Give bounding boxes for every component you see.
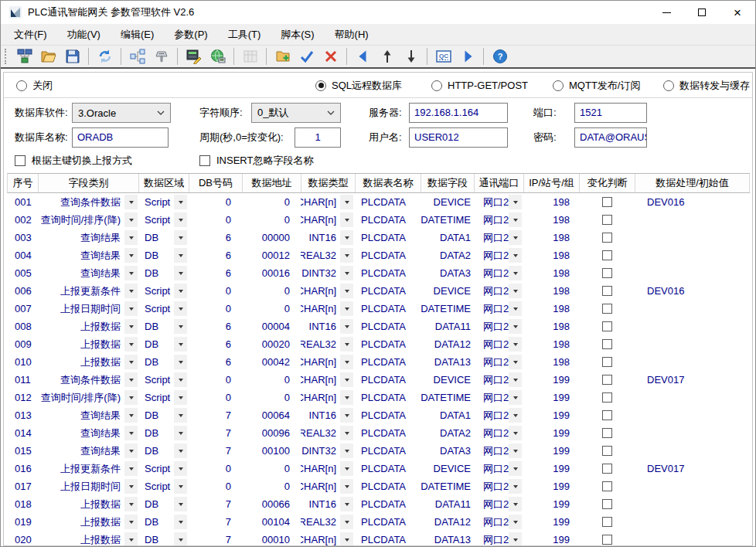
cell-station[interactable]: 198 xyxy=(523,353,579,371)
port-dropdown-button[interactable] xyxy=(509,532,522,545)
cell-db-no[interactable]: 6 xyxy=(189,335,242,353)
port-dropdown-button[interactable] xyxy=(509,461,522,476)
cell-station[interactable]: 198 xyxy=(523,318,579,335)
cell-station[interactable]: 199 xyxy=(523,371,579,389)
cell-port[interactable]: 网口2 xyxy=(474,513,523,531)
cell-address[interactable]: 0 xyxy=(242,300,301,318)
port-dropdown-button[interactable] xyxy=(509,426,522,440)
cell-station[interactable]: 199 xyxy=(523,460,579,477)
cell-db-no[interactable]: 0 xyxy=(189,389,242,406)
open-file-icon[interactable] xyxy=(37,46,60,66)
area-dropdown-button[interactable] xyxy=(174,195,187,209)
cell-init[interactable] xyxy=(635,246,750,264)
cell-datatype[interactable]: REAL32 xyxy=(301,335,355,353)
cell-init[interactable] xyxy=(635,513,750,531)
cell-init[interactable] xyxy=(635,229,750,246)
cell-table-name[interactable]: PLCDATA xyxy=(355,513,421,531)
category-dropdown-button[interactable] xyxy=(124,355,138,369)
cell-area[interactable]: DB xyxy=(138,513,189,531)
cell-address[interactable]: 00100 xyxy=(242,442,301,460)
cell-init[interactable] xyxy=(635,531,750,545)
toolbar-grip[interactable] xyxy=(5,49,9,64)
menu-file[interactable]: 文件(F) xyxy=(4,24,57,45)
cell-area[interactable]: DB xyxy=(138,246,189,264)
cell-category[interactable]: 查询结果 xyxy=(38,264,138,282)
cell-area[interactable]: DB xyxy=(138,424,189,442)
category-dropdown-button[interactable] xyxy=(124,319,138,334)
cell-datatype[interactable]: REAL32 xyxy=(301,513,355,531)
cell-address[interactable]: 0 xyxy=(242,389,301,406)
server-input[interactable]: 192.168.1.164 xyxy=(409,103,508,123)
datatype-dropdown-button[interactable] xyxy=(340,461,353,476)
apply-check-icon[interactable] xyxy=(295,46,318,66)
cell-init[interactable] xyxy=(635,318,750,335)
category-dropdown-button[interactable] xyxy=(124,266,138,280)
category-dropdown-button[interactable] xyxy=(124,284,138,298)
cell-db-no[interactable]: 7 xyxy=(189,531,242,545)
area-dropdown-button[interactable] xyxy=(174,408,187,423)
cell-init[interactable] xyxy=(635,495,750,513)
cancel-x-icon[interactable] xyxy=(319,46,342,66)
port-dropdown-button[interactable] xyxy=(509,230,522,245)
cell-port[interactable]: 网口2 xyxy=(474,264,523,282)
cell-table-name[interactable]: PLCDATA xyxy=(355,442,421,460)
category-dropdown-button[interactable] xyxy=(124,461,138,476)
move-down-icon[interactable] xyxy=(400,46,422,66)
plc-edit-icon[interactable] xyxy=(182,46,205,66)
cell-db-no[interactable]: 6 xyxy=(189,229,242,246)
cell-datatype[interactable]: CHAR[n] xyxy=(301,300,355,318)
primary-key-switch-checkbox[interactable]: 根据主键切换上报方式 xyxy=(15,152,132,169)
cycle-input[interactable]: 1 xyxy=(295,127,341,148)
cell-datatype[interactable]: CHAR[n] xyxy=(301,371,355,389)
menu-function[interactable]: 功能(V) xyxy=(57,24,111,45)
cell-datatype[interactable]: REAL32 xyxy=(301,246,355,264)
category-dropdown-button[interactable] xyxy=(124,230,138,245)
cell-table-name[interactable]: PLCDATA xyxy=(355,282,421,300)
cell-station[interactable]: 199 xyxy=(523,406,579,424)
cell-db-no[interactable]: 0 xyxy=(189,460,242,477)
cell-port[interactable]: 网口2 xyxy=(474,389,523,406)
cell-datatype[interactable]: CHAR[n] xyxy=(301,353,355,371)
username-input[interactable]: USER012 xyxy=(409,127,508,148)
cell-db-no[interactable]: 0 xyxy=(189,371,242,389)
port-dropdown-button[interactable] xyxy=(509,248,522,263)
cell-address[interactable]: 00016 xyxy=(242,264,301,282)
port-dropdown-button[interactable] xyxy=(509,319,522,334)
change-checkbox[interactable] xyxy=(602,410,612,420)
category-dropdown-button[interactable] xyxy=(124,248,138,263)
cell-address[interactable]: 00000 xyxy=(242,229,301,246)
cell-category[interactable]: 上报数据 xyxy=(38,335,138,353)
cell-init[interactable]: DEV017 xyxy=(635,460,750,477)
datatype-dropdown-button[interactable] xyxy=(340,337,353,352)
cell-field[interactable]: DATETIME xyxy=(421,300,474,318)
category-dropdown-button[interactable] xyxy=(124,337,138,352)
cell-area[interactable]: DB xyxy=(138,495,189,513)
cell-category[interactable]: 上报日期时间 xyxy=(38,477,138,495)
cell-area[interactable]: DB xyxy=(138,406,189,424)
cell-area[interactable]: DB xyxy=(138,318,189,335)
cell-table-name[interactable]: PLCDATA xyxy=(355,318,421,335)
datatype-dropdown-button[interactable] xyxy=(340,479,353,494)
menu-script[interactable]: 脚本(S) xyxy=(271,24,324,45)
cell-db-no[interactable]: 7 xyxy=(189,513,242,531)
mode-http-radio[interactable]: HTTP-GET/POST xyxy=(431,73,528,98)
cell-datatype[interactable]: CHAR[n] xyxy=(301,282,355,300)
category-dropdown-button[interactable] xyxy=(124,532,138,545)
area-dropdown-button[interactable] xyxy=(174,443,187,458)
cell-station[interactable]: 199 xyxy=(523,477,579,495)
cell-category[interactable]: 查询条件数据 xyxy=(38,193,138,211)
cell-init[interactable] xyxy=(635,211,750,229)
category-dropdown-button[interactable] xyxy=(124,497,138,511)
cell-field[interactable]: DATA3 xyxy=(421,442,474,460)
area-dropdown-button[interactable] xyxy=(174,479,187,494)
cell-area[interactable]: Script xyxy=(138,300,189,318)
cell-table-name[interactable]: PLCDATA xyxy=(355,531,421,545)
cell-station[interactable]: 198 xyxy=(523,282,579,300)
cell-datatype[interactable]: INT16 xyxy=(301,229,355,246)
move-up-icon[interactable] xyxy=(376,46,398,66)
mode-forward-radio[interactable]: 数据转发与缓存 xyxy=(663,73,750,98)
cell-area[interactable]: DB xyxy=(138,531,189,545)
cell-port[interactable]: 网口2 xyxy=(474,495,523,513)
cell-area[interactable]: Script xyxy=(138,193,189,211)
cell-address[interactable]: 0 xyxy=(242,282,301,300)
